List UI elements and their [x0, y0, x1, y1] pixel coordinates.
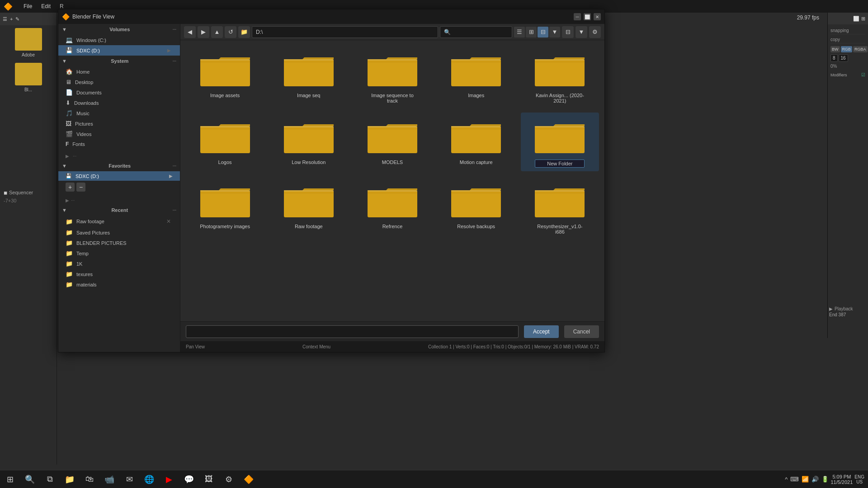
meet-button[interactable]: 📹: [101, 471, 118, 488]
discord-button[interactable]: 💬: [181, 471, 197, 488]
close-button[interactable]: ✕: [594, 13, 601, 20]
tray-network-icon[interactable]: 📶: [802, 476, 809, 483]
youtube-button[interactable]: ▶: [161, 471, 177, 488]
view-options-button[interactable]: ▼: [549, 27, 560, 38]
recent-texures[interactable]: 📁 texures: [58, 269, 180, 279]
browser-button[interactable]: 🌐: [141, 471, 157, 488]
mail-button[interactable]: ✉: [121, 471, 137, 488]
depth-8[interactable]: 8: [830, 54, 838, 62]
nav-up-button[interactable]: ▲: [211, 26, 223, 38]
bw-btn[interactable]: BW: [830, 46, 840, 52]
search-taskbar-button[interactable]: 🔍: [22, 471, 38, 488]
taskview-button[interactable]: ⧉: [42, 471, 58, 488]
menu-file[interactable]: File: [20, 2, 36, 10]
filename-input[interactable]: [186, 325, 519, 338]
pan-view-label[interactable]: Pan View: [186, 344, 205, 349]
tray-keyboard-icon[interactable]: ⌨: [790, 476, 799, 483]
grid-view-button[interactable]: ⊟: [538, 27, 548, 38]
file-item-3[interactable]: Images: [437, 46, 515, 107]
file-item-12[interactable]: Refrence: [353, 177, 431, 238]
recent-options-icon[interactable]: ···: [173, 208, 176, 213]
recent-section-header[interactable]: ▼ Recent ···: [58, 205, 180, 216]
recent-materials[interactable]: 📁 materials: [58, 279, 180, 290]
system-music[interactable]: 🎵 Music: [58, 108, 180, 118]
clock-area[interactable]: 5:09 PM 11/5/2021: [830, 474, 853, 485]
recent-blender-pictures[interactable]: 📁 BLENDER PICTURES: [58, 238, 180, 248]
new-folder-button[interactable]: 📁: [238, 26, 250, 38]
filter-dropdown-button[interactable]: ▼: [576, 26, 587, 38]
detail-view-button[interactable]: ⊞: [526, 27, 537, 38]
blender-taskbar-button[interactable]: 🔶: [241, 471, 257, 488]
file-item-10[interactable]: Photogrametry images: [186, 177, 264, 238]
file-item-4[interactable]: Kavin Assign... (2020-2021): [521, 46, 599, 107]
file-item-1[interactable]: Image seq: [269, 46, 348, 107]
volumes-options-icon[interactable]: ···: [173, 27, 176, 32]
fav-expand-icon[interactable]: ▶: [169, 174, 173, 178]
system-more[interactable]: ▶ ···: [58, 152, 180, 160]
volumes-section-header[interactable]: ▼ Volumes ···: [58, 24, 180, 35]
system-home[interactable]: 🏠 Home: [58, 66, 180, 77]
settings-button[interactable]: ⚙: [589, 26, 601, 38]
volume-windows-c[interactable]: 💻 Windows (C:): [58, 35, 180, 45]
file-item-7[interactable]: MODELS: [353, 113, 431, 171]
folder-name-input-9[interactable]: [535, 160, 585, 168]
recent-raw-footage[interactable]: 📁 Raw footage ✕: [58, 216, 180, 227]
nav-refresh-button[interactable]: ↺: [225, 26, 236, 38]
rgba-btn[interactable]: RGBA: [853, 46, 868, 52]
accept-button[interactable]: Accept: [524, 325, 559, 338]
file-item-8[interactable]: Motion capture: [437, 113, 515, 171]
recent-1k[interactable]: 📁 1K: [58, 258, 180, 269]
header-icon2[interactable]: ⊞: [861, 16, 865, 22]
bl-folder-icon[interactable]: [15, 63, 42, 85]
system-options-icon[interactable]: ···: [173, 59, 176, 64]
system-pictures[interactable]: 🖼 Pictures: [58, 118, 180, 129]
tray-battery-icon[interactable]: 🔋: [821, 476, 829, 483]
add-icon[interactable]: +: [10, 16, 13, 22]
system-downloads[interactable]: ⬇ Downloads: [58, 98, 180, 108]
path-input[interactable]: [252, 26, 438, 38]
view-icon[interactable]: ☰: [3, 16, 7, 22]
tray-up-icon[interactable]: ^: [785, 476, 788, 483]
filter-button[interactable]: ⊟: [562, 26, 574, 38]
remove-raw-footage-button[interactable]: ✕: [165, 217, 173, 225]
explorer-button[interactable]: 📁: [61, 471, 78, 488]
system-desktop[interactable]: 🖥 Desktop: [58, 77, 180, 87]
start-button[interactable]: ⊞: [2, 471, 18, 488]
rgb-btn[interactable]: RGB: [841, 46, 853, 52]
settings-taskbar-button[interactable]: ⚙: [221, 471, 237, 488]
file-item-2[interactable]: Image sequence to track: [353, 46, 431, 107]
system-fonts[interactable]: F Fonts: [58, 139, 180, 149]
maximize-button[interactable]: ⬜: [584, 13, 591, 20]
menu-edit[interactable]: Edit: [38, 2, 54, 10]
file-item-0[interactable]: Image assets: [186, 46, 264, 107]
system-documents[interactable]: 📄 Documents: [58, 87, 180, 98]
file-item-9[interactable]: [521, 113, 599, 171]
playback-icon[interactable]: ▶: [829, 306, 833, 311]
cancel-button[interactable]: Cancel: [564, 325, 599, 338]
header-icon1[interactable]: ⬜: [853, 16, 859, 22]
system-section-header[interactable]: ▼ System ···: [58, 56, 180, 66]
search-input[interactable]: [440, 26, 512, 38]
minimize-button[interactable]: ─: [574, 13, 581, 20]
remove-favorite-button[interactable]: −: [76, 183, 85, 192]
fav-sdxc-d[interactable]: 💾 SDXC (D:) ▶: [58, 171, 180, 181]
modifiers-toggle[interactable]: ☑: [861, 72, 865, 77]
favorites-section-header[interactable]: ▼ Favorites ···: [58, 160, 180, 171]
depth-16[interactable]: 16: [839, 54, 848, 62]
system-videos[interactable]: 🎬 Videos: [58, 129, 180, 139]
file-item-13[interactable]: Resolve backups: [437, 177, 515, 238]
recent-saved-pictures[interactable]: 📁 Saved Pictures: [58, 227, 180, 238]
file-item-6[interactable]: Low Resolution: [269, 113, 348, 171]
file-item-5[interactable]: Logos: [186, 113, 264, 171]
volume-sdxc-d[interactable]: 💾 SDXC (D:) ▶: [58, 45, 180, 56]
photos-button[interactable]: 🖼: [201, 471, 217, 488]
file-item-14[interactable]: Resynthesizer_v1.0-i686: [521, 177, 599, 238]
nav-back-button[interactable]: ◀: [184, 26, 196, 38]
sdxc-expand-icon[interactable]: ▶: [167, 48, 171, 53]
edit-icon[interactable]: ✎: [15, 16, 19, 22]
favorites-options-icon[interactable]: ···: [173, 164, 176, 169]
list-view-button[interactable]: ☰: [514, 27, 525, 38]
file-item-11[interactable]: Raw footage: [269, 177, 348, 238]
tray-volume-icon[interactable]: 🔊: [811, 476, 819, 483]
add-favorite-button[interactable]: +: [66, 183, 75, 192]
